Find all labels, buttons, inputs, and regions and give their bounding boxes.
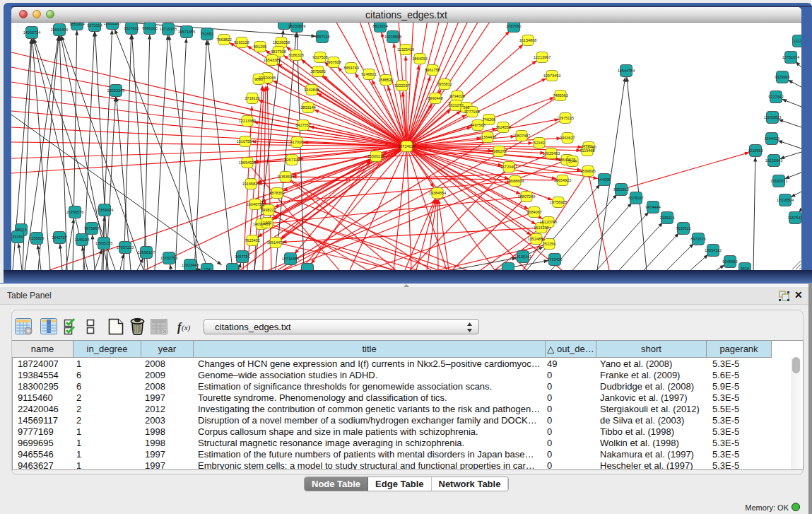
svg-text:14136141: 14136141 bbox=[514, 255, 531, 259]
svg-text:20691406: 20691406 bbox=[51, 28, 68, 32]
svg-text:9146821: 9146821 bbox=[361, 72, 376, 76]
svg-text:9474444: 9474444 bbox=[645, 205, 660, 209]
svg-text:9227342: 9227342 bbox=[768, 95, 783, 99]
svg-text:16644784: 16644784 bbox=[618, 69, 635, 73]
svg-text:7485063: 7485063 bbox=[553, 93, 567, 98]
svg-text:8878352: 8878352 bbox=[269, 191, 284, 195]
svg-text:21364436: 21364436 bbox=[479, 135, 496, 139]
svg-text:144095: 144095 bbox=[598, 177, 611, 182]
svg-text:19384554: 19384554 bbox=[429, 191, 446, 195]
svg-text:1588520: 1588520 bbox=[378, 78, 393, 82]
svg-text:18807249: 18807249 bbox=[518, 194, 535, 199]
svg-text:746266: 746266 bbox=[483, 117, 495, 122]
svg-text:29053346: 29053346 bbox=[107, 88, 124, 93]
svg-text:7857224: 7857224 bbox=[314, 35, 329, 39]
svg-text:252254: 252254 bbox=[543, 242, 555, 246]
svg-text:19166825: 19166825 bbox=[242, 182, 259, 186]
svg-text:1244413: 1244413 bbox=[764, 136, 779, 141]
svg-text:1527602: 1527602 bbox=[124, 26, 139, 30]
svg-text:2967608: 2967608 bbox=[326, 60, 341, 64]
svg-text:8471676: 8471676 bbox=[690, 237, 705, 241]
svg-text:1156829: 1156829 bbox=[29, 236, 44, 240]
svg-text:1409: 1409 bbox=[263, 221, 271, 225]
svg-text:14055724: 14055724 bbox=[23, 30, 40, 35]
svg-text:5498222: 5498222 bbox=[261, 208, 276, 212]
svg-text:9329966: 9329966 bbox=[775, 75, 789, 79]
svg-text:3624554: 3624554 bbox=[495, 125, 510, 129]
svg-text:2042737: 2042737 bbox=[52, 235, 66, 240]
svg-text:8955923: 8955923 bbox=[613, 187, 628, 192]
svg-text:10107554: 10107554 bbox=[237, 139, 254, 144]
svg-text:751552: 751552 bbox=[201, 32, 213, 36]
svg-text:6961758: 6961758 bbox=[425, 68, 440, 72]
svg-text:95013: 95013 bbox=[16, 228, 26, 232]
svg-text:8813054: 8813054 bbox=[372, 24, 387, 28]
svg-text:10655267: 10655267 bbox=[104, 23, 121, 25]
svg-text:10025453: 10025453 bbox=[543, 151, 560, 156]
svg-text:9975867: 9975867 bbox=[84, 226, 99, 230]
svg-text:5322037: 5322037 bbox=[394, 83, 409, 88]
svg-text:7986372: 7986372 bbox=[491, 149, 506, 153]
svg-text:16914479: 16914479 bbox=[267, 240, 284, 245]
svg-text:8160128: 8160128 bbox=[234, 40, 249, 45]
svg-text:1145194: 1145194 bbox=[74, 238, 89, 242]
svg-text:10958107: 10958107 bbox=[138, 250, 155, 255]
svg-text:(x): (x) bbox=[182, 323, 191, 332]
svg-text:10807487: 10807487 bbox=[513, 134, 530, 138]
svg-text:8186328: 8186328 bbox=[288, 53, 303, 57]
svg-text:9371014: 9371014 bbox=[87, 23, 102, 28]
svg-text:1864093: 1864093 bbox=[412, 57, 427, 61]
svg-text:19654925: 19654925 bbox=[239, 160, 256, 165]
svg-text:6794028: 6794028 bbox=[449, 94, 464, 98]
svg-text:417006: 417006 bbox=[290, 140, 303, 144]
svg-text:9890: 9890 bbox=[254, 77, 263, 81]
svg-text:8454749: 8454749 bbox=[343, 66, 358, 70]
svg-text:13524851: 13524851 bbox=[528, 237, 545, 241]
svg-text:15300215: 15300215 bbox=[367, 154, 384, 158]
svg-text:18226058: 18226058 bbox=[273, 40, 290, 45]
svg-text:12213389: 12213389 bbox=[239, 119, 256, 123]
svg-text:10719155: 10719155 bbox=[160, 27, 177, 31]
svg-text:19756928: 19756928 bbox=[550, 200, 567, 204]
svg-text:11325419: 11325419 bbox=[397, 47, 414, 52]
svg-text:9827508: 9827508 bbox=[271, 49, 286, 54]
svg-text:12213967: 12213967 bbox=[534, 55, 551, 59]
svg-text:2803144: 2803144 bbox=[300, 105, 315, 110]
svg-text:12975115: 12975115 bbox=[557, 116, 574, 120]
svg-text:19218506: 19218506 bbox=[384, 35, 401, 39]
svg-text:6966160: 6966160 bbox=[142, 26, 157, 30]
svg-text:15716485: 15716485 bbox=[282, 257, 299, 261]
svg-text:2087682: 2087682 bbox=[506, 24, 521, 28]
svg-text:6379197: 6379197 bbox=[628, 196, 643, 200]
svg-text:17957223: 17957223 bbox=[117, 245, 134, 250]
svg-text:17016504: 17016504 bbox=[777, 198, 794, 202]
svg-text:1621072: 1621072 bbox=[448, 103, 463, 107]
svg-text:9242848: 9242848 bbox=[304, 88, 319, 92]
svg-text:39159: 39159 bbox=[12, 235, 23, 239]
svg-text:7632621: 7632621 bbox=[676, 226, 690, 230]
svg-text:16671355: 16671355 bbox=[178, 30, 195, 34]
svg-text:15751074: 15751074 bbox=[782, 55, 799, 59]
svg-text:11353594: 11353594 bbox=[277, 175, 294, 179]
svg-text:18724007: 18724007 bbox=[398, 144, 415, 148]
svg-text:1851914: 1851914 bbox=[69, 23, 84, 26]
svg-text:9777169: 9777169 bbox=[464, 110, 479, 114]
svg-text:10688609: 10688609 bbox=[507, 179, 524, 183]
svg-text:1167533: 1167533 bbox=[787, 216, 801, 220]
svg-text:5044: 5044 bbox=[568, 159, 577, 163]
svg-text:9084067: 9084067 bbox=[526, 210, 541, 214]
svg-text:10973493: 10973493 bbox=[543, 74, 560, 78]
svg-text:1733426: 1733426 bbox=[547, 257, 562, 262]
svg-text:19654923: 19654923 bbox=[554, 178, 571, 182]
svg-text:891295: 891295 bbox=[254, 45, 266, 49]
svg-text:16154808: 16154808 bbox=[519, 38, 536, 42]
svg-text:9463627: 9463627 bbox=[560, 136, 575, 140]
svg-text:7663822: 7663822 bbox=[216, 37, 231, 42]
svg-text:16782759: 16782759 bbox=[160, 256, 177, 260]
svg-text:15692971: 15692971 bbox=[770, 179, 787, 183]
svg-text:9119468: 9119468 bbox=[579, 148, 594, 153]
svg-text:2718126: 2718126 bbox=[245, 96, 259, 100]
svg-text:12093823: 12093823 bbox=[764, 115, 781, 119]
svg-text:9699695: 9699695 bbox=[580, 169, 595, 173]
svg-text:16046755: 16046755 bbox=[247, 202, 264, 206]
